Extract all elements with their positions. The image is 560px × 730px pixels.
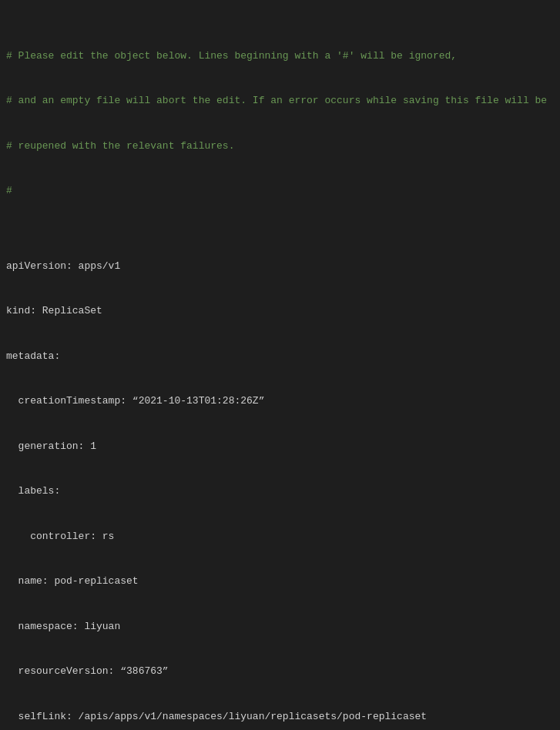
comment-line-3: # reupened with the relevant failures.: [6, 139, 554, 154]
line-generation: generation: 1: [6, 439, 554, 454]
comment-line-2: # and an empty file will abort the edit.…: [6, 93, 554, 109]
line-namespace: namespace: liyuan: [6, 619, 554, 635]
comment-line-4: #: [6, 183, 554, 199]
line-api-version: apiVersion: apps/v1: [6, 259, 554, 274]
line-labels: labels:: [6, 484, 554, 499]
line-resource-version: resourceVersion: “386763”: [6, 664, 554, 679]
line-metadata: metadata:: [6, 349, 554, 364]
line-self-link: selfLink: /apis/apps/v1/namespaces/liyua…: [6, 709, 554, 725]
comment-line-1: # Please edit the object below. Lines be…: [6, 49, 554, 64]
line-controller: controller: rs: [6, 529, 554, 544]
line-creation-ts: creationTimestamp: “2021-10-13T01:28:26Z…: [6, 393, 554, 409]
editor-container: # Please edit the object below. Lines be…: [0, 0, 560, 730]
line-kind: kind: ReplicaSet: [6, 303, 554, 319]
line-name: name: pod-replicaset: [6, 574, 554, 589]
